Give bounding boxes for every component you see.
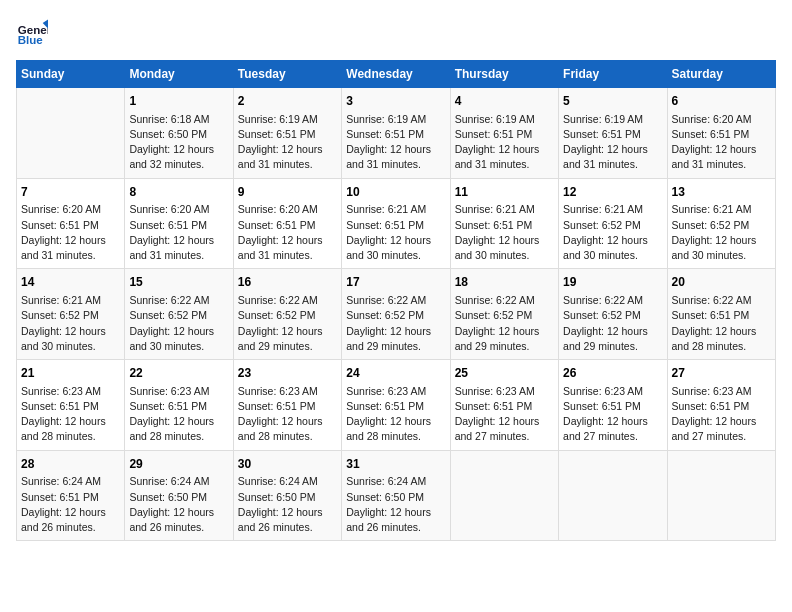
calendar-cell: 31Sunrise: 6:24 AM Sunset: 6:50 PM Dayli… <box>342 450 450 541</box>
calendar-cell: 22Sunrise: 6:23 AM Sunset: 6:51 PM Dayli… <box>125 360 233 451</box>
calendar-cell: 16Sunrise: 6:22 AM Sunset: 6:52 PM Dayli… <box>233 269 341 360</box>
calendar-cell: 17Sunrise: 6:22 AM Sunset: 6:52 PM Dayli… <box>342 269 450 360</box>
day-number: 23 <box>238 365 337 382</box>
day-number: 10 <box>346 184 445 201</box>
calendar-cell <box>559 450 667 541</box>
day-info: Sunrise: 6:22 AM Sunset: 6:51 PM Dayligh… <box>672 293 771 354</box>
day-info: Sunrise: 6:21 AM Sunset: 6:52 PM Dayligh… <box>21 293 120 354</box>
calendar-cell: 21Sunrise: 6:23 AM Sunset: 6:51 PM Dayli… <box>17 360 125 451</box>
day-info: Sunrise: 6:23 AM Sunset: 6:51 PM Dayligh… <box>563 384 662 445</box>
day-info: Sunrise: 6:22 AM Sunset: 6:52 PM Dayligh… <box>563 293 662 354</box>
week-row-3: 14Sunrise: 6:21 AM Sunset: 6:52 PM Dayli… <box>17 269 776 360</box>
day-info: Sunrise: 6:23 AM Sunset: 6:51 PM Dayligh… <box>129 384 228 445</box>
day-info: Sunrise: 6:21 AM Sunset: 6:51 PM Dayligh… <box>455 202 554 263</box>
calendar-cell: 26Sunrise: 6:23 AM Sunset: 6:51 PM Dayli… <box>559 360 667 451</box>
day-number: 8 <box>129 184 228 201</box>
day-number: 18 <box>455 274 554 291</box>
calendar-cell: 25Sunrise: 6:23 AM Sunset: 6:51 PM Dayli… <box>450 360 558 451</box>
day-number: 31 <box>346 456 445 473</box>
calendar-cell: 8Sunrise: 6:20 AM Sunset: 6:51 PM Daylig… <box>125 178 233 269</box>
week-row-5: 28Sunrise: 6:24 AM Sunset: 6:51 PM Dayli… <box>17 450 776 541</box>
logo: General Blue <box>16 16 52 48</box>
day-info: Sunrise: 6:21 AM Sunset: 6:52 PM Dayligh… <box>563 202 662 263</box>
header-cell-sunday: Sunday <box>17 61 125 88</box>
calendar-cell: 29Sunrise: 6:24 AM Sunset: 6:50 PM Dayli… <box>125 450 233 541</box>
calendar-cell: 13Sunrise: 6:21 AM Sunset: 6:52 PM Dayli… <box>667 178 775 269</box>
day-info: Sunrise: 6:19 AM Sunset: 6:51 PM Dayligh… <box>455 112 554 173</box>
day-number: 2 <box>238 93 337 110</box>
header-cell-monday: Monday <box>125 61 233 88</box>
day-number: 4 <box>455 93 554 110</box>
day-number: 21 <box>21 365 120 382</box>
day-info: Sunrise: 6:24 AM Sunset: 6:50 PM Dayligh… <box>346 474 445 535</box>
day-info: Sunrise: 6:19 AM Sunset: 6:51 PM Dayligh… <box>563 112 662 173</box>
week-row-1: 1Sunrise: 6:18 AM Sunset: 6:50 PM Daylig… <box>17 88 776 179</box>
calendar-cell: 11Sunrise: 6:21 AM Sunset: 6:51 PM Dayli… <box>450 178 558 269</box>
logo-icon: General Blue <box>16 16 48 48</box>
day-number: 20 <box>672 274 771 291</box>
header-cell-friday: Friday <box>559 61 667 88</box>
day-number: 9 <box>238 184 337 201</box>
day-number: 5 <box>563 93 662 110</box>
calendar-cell: 1Sunrise: 6:18 AM Sunset: 6:50 PM Daylig… <box>125 88 233 179</box>
calendar-cell: 7Sunrise: 6:20 AM Sunset: 6:51 PM Daylig… <box>17 178 125 269</box>
calendar-cell: 9Sunrise: 6:20 AM Sunset: 6:51 PM Daylig… <box>233 178 341 269</box>
calendar-cell: 3Sunrise: 6:19 AM Sunset: 6:51 PM Daylig… <box>342 88 450 179</box>
week-row-4: 21Sunrise: 6:23 AM Sunset: 6:51 PM Dayli… <box>17 360 776 451</box>
day-number: 1 <box>129 93 228 110</box>
calendar-cell: 27Sunrise: 6:23 AM Sunset: 6:51 PM Dayli… <box>667 360 775 451</box>
header-row: SundayMondayTuesdayWednesdayThursdayFrid… <box>17 61 776 88</box>
day-number: 26 <box>563 365 662 382</box>
day-number: 19 <box>563 274 662 291</box>
calendar-cell: 12Sunrise: 6:21 AM Sunset: 6:52 PM Dayli… <box>559 178 667 269</box>
day-info: Sunrise: 6:24 AM Sunset: 6:50 PM Dayligh… <box>238 474 337 535</box>
day-number: 22 <box>129 365 228 382</box>
day-info: Sunrise: 6:22 AM Sunset: 6:52 PM Dayligh… <box>129 293 228 354</box>
calendar-cell: 18Sunrise: 6:22 AM Sunset: 6:52 PM Dayli… <box>450 269 558 360</box>
page-header: General Blue <box>16 16 776 48</box>
day-info: Sunrise: 6:20 AM Sunset: 6:51 PM Dayligh… <box>21 202 120 263</box>
header-cell-thursday: Thursday <box>450 61 558 88</box>
day-info: Sunrise: 6:20 AM Sunset: 6:51 PM Dayligh… <box>672 112 771 173</box>
day-number: 16 <box>238 274 337 291</box>
calendar-cell: 14Sunrise: 6:21 AM Sunset: 6:52 PM Dayli… <box>17 269 125 360</box>
day-number: 27 <box>672 365 771 382</box>
calendar-cell <box>667 450 775 541</box>
day-info: Sunrise: 6:24 AM Sunset: 6:50 PM Dayligh… <box>129 474 228 535</box>
calendar-cell: 5Sunrise: 6:19 AM Sunset: 6:51 PM Daylig… <box>559 88 667 179</box>
day-number: 12 <box>563 184 662 201</box>
day-info: Sunrise: 6:20 AM Sunset: 6:51 PM Dayligh… <box>238 202 337 263</box>
day-info: Sunrise: 6:23 AM Sunset: 6:51 PM Dayligh… <box>21 384 120 445</box>
day-number: 24 <box>346 365 445 382</box>
day-number: 25 <box>455 365 554 382</box>
day-info: Sunrise: 6:20 AM Sunset: 6:51 PM Dayligh… <box>129 202 228 263</box>
day-info: Sunrise: 6:23 AM Sunset: 6:51 PM Dayligh… <box>672 384 771 445</box>
day-number: 17 <box>346 274 445 291</box>
calendar-cell: 23Sunrise: 6:23 AM Sunset: 6:51 PM Dayli… <box>233 360 341 451</box>
day-number: 15 <box>129 274 228 291</box>
svg-text:Blue: Blue <box>18 34 44 46</box>
day-info: Sunrise: 6:23 AM Sunset: 6:51 PM Dayligh… <box>455 384 554 445</box>
day-info: Sunrise: 6:22 AM Sunset: 6:52 PM Dayligh… <box>455 293 554 354</box>
calendar-cell: 10Sunrise: 6:21 AM Sunset: 6:51 PM Dayli… <box>342 178 450 269</box>
day-number: 7 <box>21 184 120 201</box>
day-info: Sunrise: 6:23 AM Sunset: 6:51 PM Dayligh… <box>238 384 337 445</box>
calendar-cell: 6Sunrise: 6:20 AM Sunset: 6:51 PM Daylig… <box>667 88 775 179</box>
header-cell-tuesday: Tuesday <box>233 61 341 88</box>
calendar-cell: 15Sunrise: 6:22 AM Sunset: 6:52 PM Dayli… <box>125 269 233 360</box>
week-row-2: 7Sunrise: 6:20 AM Sunset: 6:51 PM Daylig… <box>17 178 776 269</box>
header-cell-saturday: Saturday <box>667 61 775 88</box>
day-number: 13 <box>672 184 771 201</box>
day-info: Sunrise: 6:21 AM Sunset: 6:51 PM Dayligh… <box>346 202 445 263</box>
calendar-cell: 4Sunrise: 6:19 AM Sunset: 6:51 PM Daylig… <box>450 88 558 179</box>
calendar-cell: 2Sunrise: 6:19 AM Sunset: 6:51 PM Daylig… <box>233 88 341 179</box>
day-info: Sunrise: 6:24 AM Sunset: 6:51 PM Dayligh… <box>21 474 120 535</box>
calendar-cell: 24Sunrise: 6:23 AM Sunset: 6:51 PM Dayli… <box>342 360 450 451</box>
day-info: Sunrise: 6:19 AM Sunset: 6:51 PM Dayligh… <box>238 112 337 173</box>
day-info: Sunrise: 6:18 AM Sunset: 6:50 PM Dayligh… <box>129 112 228 173</box>
day-info: Sunrise: 6:19 AM Sunset: 6:51 PM Dayligh… <box>346 112 445 173</box>
day-info: Sunrise: 6:22 AM Sunset: 6:52 PM Dayligh… <box>238 293 337 354</box>
day-number: 28 <box>21 456 120 473</box>
day-number: 30 <box>238 456 337 473</box>
day-number: 14 <box>21 274 120 291</box>
